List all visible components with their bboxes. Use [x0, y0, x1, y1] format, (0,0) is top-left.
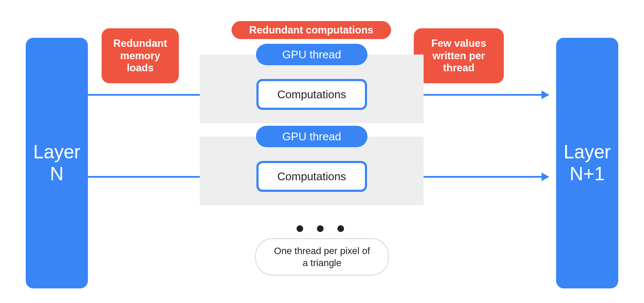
gpu-thread-pill-1: GPU thread: [256, 44, 367, 65]
gpu-thread-label-1: GPU thread: [282, 48, 341, 61]
redundant-computations-text: Redundant computations: [249, 24, 373, 36]
computations-label-2: Computations: [277, 170, 346, 183]
few-values-label: Few values written per thread: [414, 28, 504, 83]
computations-box-2: Computations: [256, 161, 367, 192]
redundant-memory-loads-label: Redundant memory loads: [102, 28, 179, 83]
layer-n-label: Layer N: [33, 141, 80, 185]
computations-box-1: Computations: [256, 79, 367, 110]
few-values-text: Few values written per thread: [422, 37, 495, 74]
gpu-thread-block-2: GPU thread Computations: [200, 136, 424, 205]
layer-n1-label: Layer N+1: [563, 141, 611, 185]
gpu-thread-pill-2: GPU thread: [256, 126, 367, 147]
ellipsis-icon: ● ● ●: [0, 219, 644, 237]
computations-label-1: Computations: [277, 88, 346, 101]
layer-n1-box: Layer N+1: [556, 38, 618, 288]
gpu-thread-block-1: GPU thread Computations: [200, 55, 424, 123]
footnote-text: One thread per pixel of a triangle: [271, 245, 373, 269]
ellipsis-text: ● ● ●: [295, 219, 349, 236]
gpu-thread-label-2: GPU thread: [282, 130, 341, 143]
redundant-computations-label: Redundant computations: [232, 21, 391, 39]
footnote-pill: One thread per pixel of a triangle: [255, 238, 389, 276]
layer-n-box: Layer N: [26, 38, 88, 288]
redundant-memory-loads-text: Redundant memory loads: [110, 37, 170, 74]
